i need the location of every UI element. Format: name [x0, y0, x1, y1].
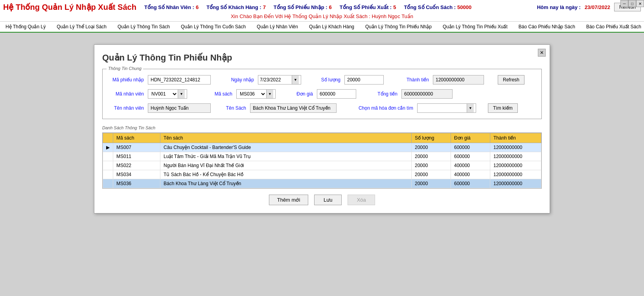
minimize-button[interactable]: ─ [620, 0, 628, 7]
row-ma-sach: MS036 [113, 179, 160, 188]
maximize-button[interactable]: □ [628, 0, 636, 7]
row-thanh-tien: 12000000000 [490, 179, 541, 188]
table-row[interactable]: MS011 Luật Tâm Thức - Giải Mã Ma Trận Vũ… [103, 152, 541, 161]
col-header-thanh-tien: Thành tiền [490, 133, 541, 143]
row-thanh-tien: 12000000000 [490, 143, 541, 152]
date-label: Hôm nay là ngày : [537, 4, 581, 10]
xoa-button[interactable]: Xóa [348, 195, 375, 205]
so-luong-label: Số lượng [317, 77, 340, 83]
khach-hang-value: 7 [263, 4, 266, 10]
dialog-close-button[interactable]: ✕ [538, 49, 546, 57]
table-row[interactable]: MS022 Người Bán Hàng Vĩ Đại Nhất Thế Giớ… [103, 161, 541, 170]
row-ma-sach: MS011 [113, 152, 160, 161]
col-header-arrow [103, 133, 113, 143]
date-value: 23/07/2022 [585, 4, 610, 10]
ma-sach-dropdown-icon[interactable]: ▼ [266, 90, 273, 98]
row-arrow [103, 152, 113, 161]
col-header-ma-sach: Mã sách [113, 133, 160, 143]
menu-item-phieu-nhap[interactable]: Quản Lý Thông Tin Phiếu Nhập [360, 22, 437, 32]
close-window-button[interactable]: ✕ [636, 0, 644, 7]
row-don-gia: 600000 [451, 152, 490, 161]
tong-tien-input[interactable] [401, 89, 453, 99]
menu-item-phieu-xuat[interactable]: Quản Lý Thông Tin Phiếu Xuất [437, 22, 513, 32]
menu-item-cuon-sach[interactable]: Quản Lý Thông Tin Cuốn Sách [175, 22, 251, 32]
row-so-luong: 20000 [412, 143, 451, 152]
menu-item-thong-tin-sach[interactable]: Quản Lý Thông Tin Sách [112, 22, 175, 32]
menu-item-khach-hang[interactable]: Quản Lý Khách Hàng [304, 22, 360, 32]
chon-ma-hoa-don-label: Chọn mã hóa đơn cần tìm [352, 105, 413, 111]
section-list-label: Danh Sách Thông Tin Sách [102, 125, 155, 130]
ma-phieu-nhap-label: Mã phiếu nhập [109, 77, 144, 83]
welcome-text: Xin Chào Bạn Đến Với Hệ Thống Quản Lý Nh… [231, 13, 413, 19]
don-gia-label: Đơn giá [291, 91, 313, 97]
ngay-nhap-dropdown-icon[interactable]: ▼ [292, 75, 299, 84]
table-row[interactable]: MS036 Bách Khoa Thư Làng Việt Cổ Truyền … [103, 179, 541, 188]
menu-item-he-thong[interactable]: Hệ Thống Quản Lý [0, 22, 51, 32]
ma-sach-dropdown[interactable]: MS036 [237, 90, 266, 98]
row-ten-sach: Câu Chuyện Cocktail - Bartender'S Guide [160, 143, 412, 152]
don-gia-input[interactable] [317, 89, 356, 99]
ma-nhan-vien-dropdown-icon[interactable]: ▼ [178, 90, 185, 98]
row-so-luong: 20000 [412, 170, 451, 179]
ten-nhan-vien-input[interactable] [148, 103, 211, 113]
nhan-vien-value: 6 [196, 4, 199, 10]
chon-ma-hoa-don-dropdown-icon[interactable]: ▼ [467, 104, 474, 112]
menu-item-bao-cao-nhap[interactable]: Báo Cáo Phiếu Nhập Sách [513, 22, 581, 32]
ma-sach-select[interactable]: MS036 ▼ [236, 89, 276, 99]
app-title: Hệ Thống Quản Lý Nhập Xuất Sách [3, 2, 136, 12]
chon-ma-hoa-don-input[interactable] [418, 105, 467, 111]
row-thanh-tien: 12000000000 [490, 161, 541, 170]
row-thanh-tien: 12000000000 [490, 170, 541, 179]
so-luong-input[interactable] [344, 75, 384, 85]
row-ten-sach: Tủ Sách Bác Hồ - Kể Chuyện Bác Hồ [160, 170, 412, 179]
phieu-nhap-label: Tổng Số Phiếu Nhập : [274, 4, 328, 10]
luu-button[interactable]: Lưu [314, 195, 342, 205]
khach-hang-label: Tổng Số Khách Hàng : [206, 4, 261, 10]
refresh-button-dialog[interactable]: Refresh [498, 75, 524, 85]
col-header-don-gia: Đơn giá [451, 133, 490, 143]
phieu-nhap-value: 6 [329, 4, 332, 10]
data-table: Mã sách Tên sách Số lượng Đơn giá Thành … [103, 133, 541, 188]
menu-item-nhan-vien[interactable]: Quản Lý Nhân Viên [251, 22, 304, 32]
row-don-gia: 600000 [451, 143, 490, 152]
table-row[interactable]: ▶ MS007 Câu Chuyện Cocktail - Bartender'… [103, 143, 541, 152]
row-thanh-tien: 12000000000 [490, 152, 541, 161]
ngay-nhap-select[interactable]: ▼ [258, 75, 301, 85]
ma-phieu-nhap-input[interactable] [148, 75, 211, 85]
nhan-vien-label: Tổng Số Nhân Viên : [144, 4, 194, 10]
them-moi-button[interactable]: Thêm mới [269, 195, 309, 205]
table-row[interactable]: MS034 Tủ Sách Bác Hồ - Kể Chuyện Bác Hồ … [103, 170, 541, 179]
row-so-luong: 20000 [412, 179, 451, 188]
row-don-gia: 400000 [451, 161, 490, 170]
ma-nhan-vien-select[interactable]: NV001 ▼ [148, 89, 187, 99]
chon-ma-hoa-don-select[interactable]: ▼ [417, 103, 476, 113]
row-ma-sach: MS034 [113, 170, 160, 179]
phieu-xuat-value: 5 [393, 4, 396, 10]
row-arrow [103, 170, 113, 179]
section-info-label: Thông Tin Chung [107, 66, 143, 71]
ten-sach-label: Tên Sách [223, 105, 246, 111]
thanh-tien-input[interactable] [433, 75, 484, 85]
row-arrow [103, 161, 113, 170]
ngay-nhap-label: Ngày nhập [226, 77, 254, 83]
ngay-nhap-input[interactable] [258, 77, 292, 83]
ma-nhan-vien-dropdown[interactable]: NV001 [148, 90, 178, 98]
menu-item-the-loai[interactable]: Quản Lý Thể Loại Sách [51, 22, 112, 32]
ma-nhan-vien-label: Mã nhân viên [109, 91, 144, 97]
row-ma-sach: MS007 [113, 143, 160, 152]
row-ten-sach: Luật Tâm Thức - Giải Mã Ma Trận Vũ Trụ [160, 152, 412, 161]
row-ten-sach: Bách Khoa Thư Làng Việt Cổ Truyền [160, 179, 412, 188]
ten-sach-input[interactable] [250, 103, 337, 113]
menu-item-bao-cao-xuat[interactable]: Báo Cáo Phiếu Xuất Sách [581, 22, 644, 32]
row-arrow: ▶ [103, 143, 113, 152]
ma-sach-label: Mã sách [211, 91, 232, 97]
cuon-sach-value: 50000 [457, 4, 471, 10]
row-so-luong: 20000 [412, 152, 451, 161]
tong-tien-label: Tổng tiền [372, 91, 397, 97]
row-arrow [103, 179, 113, 188]
tim-kiem-button[interactable]: Tìm kiếm [488, 103, 518, 113]
ten-nhan-vien-label: Tên nhân viên [109, 105, 144, 111]
col-header-so-luong: Số lượng [412, 133, 451, 143]
thanh-tien-label: Thành tiền [399, 77, 429, 83]
col-header-ten-sach: Tên sách [160, 133, 412, 143]
